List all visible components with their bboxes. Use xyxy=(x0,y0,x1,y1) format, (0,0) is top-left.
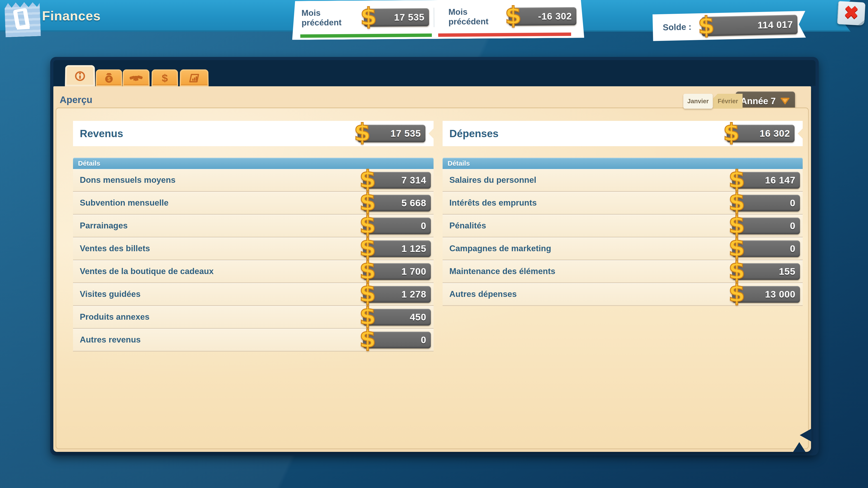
row-label: Produits annexes xyxy=(80,312,149,322)
bar-chart-icon xyxy=(188,72,200,84)
close-icon: ✖ xyxy=(843,2,859,23)
year-label: Année 7 xyxy=(741,96,776,106)
balance-label: Solde : xyxy=(663,22,692,32)
value-badge: $13 000 xyxy=(732,286,800,303)
row-label: Pénalités xyxy=(450,221,486,230)
row-label: Maintenance des éléments xyxy=(450,267,555,276)
value-badge: $0 xyxy=(732,240,800,257)
row-label: Autres dépenses xyxy=(450,289,517,299)
value-badge: $0 xyxy=(363,218,431,234)
dollar-icon: $ xyxy=(159,72,171,84)
tab-overview[interactable] xyxy=(65,65,95,86)
value-badge: $0 xyxy=(732,195,800,212)
row-label: Intérêts des emprunts xyxy=(450,198,537,207)
value-badge: $0 xyxy=(732,218,800,234)
corner-notch-bottom xyxy=(793,442,806,452)
page-title: Finances xyxy=(42,8,101,23)
corner-notch-right xyxy=(800,429,811,442)
expenses-column: Dépenses $ 16 302 Détails Salaires du pe… xyxy=(442,121,803,306)
chevron-down-icon xyxy=(780,97,790,105)
expenses-list: Salaires du personnel$16 147Intérêts des… xyxy=(442,169,803,306)
tab-partnerships[interactable] xyxy=(123,69,150,86)
expenses-header-card: Dépenses $ 16 302 xyxy=(442,121,803,146)
banner-divider xyxy=(434,8,434,27)
row-label: Ventes des billets xyxy=(80,244,150,253)
list-item: Dons mensuels moyens$7 314 xyxy=(73,169,434,192)
info-icon xyxy=(74,70,86,82)
value-badge: $155 xyxy=(732,263,800,280)
row-label: Visites guidées xyxy=(80,289,141,299)
list-item: Salaires du personnel$16 147 xyxy=(442,169,803,192)
overview-panel: Aperçu Janvier Février Année 7 Revenus $… xyxy=(53,86,811,452)
list-item: Autres dépenses$13 000 xyxy=(442,283,803,306)
handshake-icon xyxy=(129,71,143,84)
dollar-icon: $ xyxy=(360,3,377,31)
ledger-book-icon xyxy=(10,7,35,31)
expense-underline-bar xyxy=(438,33,571,37)
month-button-fevrier[interactable]: Février xyxy=(713,94,743,109)
value-badge: $1 125 xyxy=(363,240,431,257)
value-badge: $1 700 xyxy=(363,263,431,280)
value-badge: $450 xyxy=(363,309,431,326)
svg-text:$: $ xyxy=(162,72,168,84)
row-label: Campagnes de marketing xyxy=(450,244,551,253)
value-badge: $5 668 xyxy=(363,195,431,212)
value-badge: $1 278 xyxy=(363,286,431,303)
list-item: Campagnes de marketing$0 xyxy=(442,237,803,260)
row-label: Autres revenus xyxy=(80,335,141,345)
panel-title: Aperçu xyxy=(60,94,92,105)
prev-month-expense-label: Mois précédent xyxy=(448,7,489,26)
tab-statistics[interactable] xyxy=(180,69,209,86)
tab-donations[interactable]: $ xyxy=(96,69,122,86)
dollar-icon: $ xyxy=(723,119,740,146)
revenues-column: Revenus $ 17 535 Détails Dons mensuels m… xyxy=(73,121,434,352)
month-switcher: Janvier Février xyxy=(683,94,743,109)
list-item: Intérêts des emprunts$0 xyxy=(442,192,803,215)
list-item: Subvention mensuelle$5 668 xyxy=(73,192,434,215)
value-badge: $7 314 xyxy=(363,172,431,189)
close-button[interactable]: ✖ xyxy=(837,1,865,26)
expenses-total-badge: $ 16 302 xyxy=(727,125,795,142)
finances-window: Finances Mois précédent $ 17 535 Mois pr… xyxy=(0,0,868,488)
finances-logo-icon xyxy=(4,0,41,37)
expenses-details-header: Détails xyxy=(442,158,803,169)
revenues-list: Dons mensuels moyens$7 314Subvention men… xyxy=(73,169,434,352)
list-item: Autres revenus$0 xyxy=(73,329,434,352)
income-underline-bar xyxy=(300,33,432,38)
balance-banner: Solde : $ 114 017 xyxy=(653,11,806,41)
revenues-details-header: Détails xyxy=(73,158,434,169)
revenues-title: Revenus xyxy=(80,127,123,140)
list-item: Parrainages$0 xyxy=(73,215,434,237)
revenues-header-card: Revenus $ 17 535 xyxy=(73,121,434,146)
panel-content: Revenus $ 17 535 Détails Dons mensuels m… xyxy=(56,107,809,449)
row-label: Salaires du personnel xyxy=(450,175,536,185)
dollar-icon: $ xyxy=(698,11,715,39)
month-button-janvier[interactable]: Janvier xyxy=(683,94,713,109)
list-item: Pénalités$0 xyxy=(442,215,803,237)
prev-month-expense-badge: $ -16 302 xyxy=(508,7,577,26)
row-label: Subvention mensuelle xyxy=(80,198,168,207)
expenses-title: Dépenses xyxy=(450,127,498,140)
svg-text:$: $ xyxy=(107,76,111,82)
list-item: Ventes des billets$1 125 xyxy=(73,237,434,260)
dollar-icon: $ xyxy=(728,280,745,307)
money-bag-icon: $ xyxy=(103,72,115,84)
value-badge: $16 147 xyxy=(732,172,800,189)
revenues-total-badge: $ 17 535 xyxy=(358,125,426,142)
row-label: Dons mensuels moyens xyxy=(80,175,176,185)
list-item: Produits annexes$450 xyxy=(73,306,434,329)
list-item: Maintenance des éléments$155 xyxy=(442,260,803,283)
row-label: Parrainages xyxy=(80,221,128,230)
dollar-icon: $ xyxy=(505,2,522,30)
dollar-icon: $ xyxy=(360,325,376,353)
list-item: Ventes de la boutique de cadeaux$1 700 xyxy=(73,260,434,283)
tab-pricing[interactable]: $ xyxy=(151,69,178,86)
prev-month-income-label: Mois précédent xyxy=(302,8,342,28)
row-label: Ventes de la boutique de cadeaux xyxy=(80,267,214,276)
value-badge: $0 xyxy=(363,332,431,348)
balance-badge: $ 114 017 xyxy=(702,15,798,36)
dollar-icon: $ xyxy=(354,119,370,146)
prev-month-income-badge: $ 17 535 xyxy=(364,8,429,27)
list-item: Visites guidées$1 278 xyxy=(73,283,434,306)
previous-month-banner: Mois précédent $ 17 535 Mois précédent $… xyxy=(292,0,584,40)
